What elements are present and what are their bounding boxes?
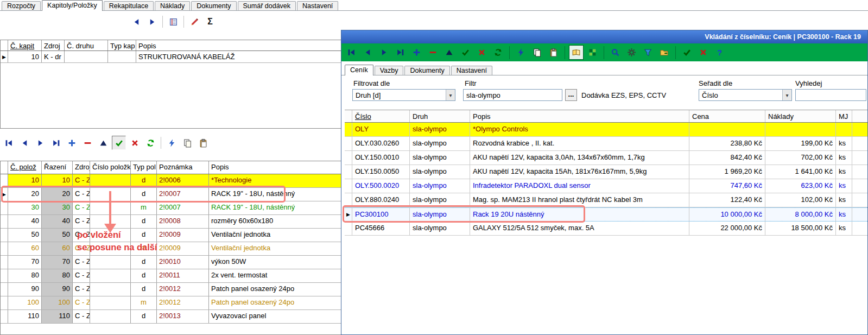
first-record-button[interactable] [344, 45, 359, 60]
next-record-button[interactable] [33, 136, 47, 150]
col-header-naklady[interactable]: Náklady [765, 110, 836, 122]
prior-record-button[interactable] [17, 136, 31, 150]
col-header-mj[interactable]: MJ [836, 110, 852, 122]
col-header-poznamka[interactable]: Poznámka [157, 161, 209, 174]
search-button[interactable] [608, 45, 623, 60]
edit-record-button[interactable] [96, 136, 110, 150]
next-record-button[interactable] [377, 45, 391, 60]
price-list-row[interactable]: PC45666 sla-olympo GALAXY 512/5A 512 smy… [345, 222, 867, 236]
tab-dokumenty[interactable]: Dokumenty [404, 66, 449, 75]
next-record-button[interactable] [145, 15, 159, 29]
row-marker-header [345, 110, 352, 122]
cell-cislo-polozky [90, 174, 131, 187]
filter-more-button[interactable]: ... [565, 89, 577, 101]
help-button[interactable]: ? [712, 45, 727, 60]
confirm-button[interactable] [680, 45, 694, 60]
cell-cena [689, 123, 765, 136]
col-header-zdroj[interactable]: Zdroj [42, 40, 65, 50]
price-list-row[interactable]: OLY.150.0050 sla-olympo AKU napětí 12V, … [345, 165, 867, 179]
cell-c-poloz: 100 [8, 296, 42, 309]
prior-record-button[interactable] [360, 45, 375, 60]
row-marker [345, 151, 352, 165]
delete-record-button[interactable] [80, 136, 94, 150]
refresh-button[interactable] [143, 136, 157, 150]
first-record-icon [347, 48, 356, 57]
col-header-typ-pol[interactable]: Typ pol [131, 161, 157, 174]
filter-jump-button[interactable] [514, 45, 528, 60]
export-button[interactable] [657, 45, 671, 60]
tab-dokumenty[interactable]: Dokumenty [191, 1, 236, 10]
tab-vazby[interactable]: Vazby [375, 66, 404, 75]
toolbar-separator [183, 16, 184, 28]
tab-nastaveni[interactable]: Nastavení [297, 1, 338, 10]
tab-rozpocty[interactable]: Rozpočty [2, 1, 41, 10]
price-list-row[interactable]: OLY.150.0010 sla-olympo AKU napětí 12V, … [345, 151, 867, 165]
delete-record-button[interactable] [426, 45, 440, 60]
filter-input[interactable] [466, 91, 562, 99]
cell-poznamka: 2!0011 [157, 269, 209, 282]
insert-record-button[interactable] [409, 45, 424, 60]
col-header-cislo-polozky[interactable]: Číslo položky [90, 161, 131, 174]
copy-button[interactable] [530, 45, 544, 60]
price-list-row[interactable]: OLY.880.0240 sla-olympo Mag. sp. MAM213 … [345, 193, 867, 207]
dialog-titlebar[interactable]: Vkládání z číselníku: Ceník | PC300100 -… [341, 30, 867, 43]
cell-typ-pol: m [131, 201, 157, 214]
col-header-c-poloz[interactable]: Č. polož [8, 161, 42, 174]
tab-cenik[interactable]: Ceník [345, 65, 373, 75]
codebook-view-button[interactable] [569, 45, 584, 60]
col-header-typ-kap[interactable]: Typ kap [108, 40, 136, 50]
col-header-razeni[interactable]: Řazení [42, 161, 73, 174]
filter-button[interactable] [641, 45, 655, 60]
price-list-row-selected[interactable]: PC300100 sla-olympo Rack 19 20U nástěnný… [345, 207, 867, 222]
tab-kapitoly-polozky[interactable]: Kapitoly/Položky [42, 0, 103, 11]
col-header-druh[interactable]: Druh [410, 110, 470, 122]
paste-button[interactable] [546, 45, 561, 60]
tab-rekapitulace[interactable]: Rekapitulace [104, 1, 154, 10]
price-list-row[interactable]: OLY.500.0020 sla-olympo Infradetektor PA… [345, 179, 867, 193]
filter-by-select[interactable]: Druh [d] [352, 89, 455, 101]
col-header-cislo[interactable]: Číslo [352, 110, 410, 122]
col-header-cena[interactable]: Cena [689, 110, 765, 122]
cancel-edit-button[interactable] [128, 136, 142, 150]
settings-button[interactable] [624, 45, 639, 60]
last-record-button[interactable] [49, 136, 63, 150]
first-record-button[interactable] [2, 136, 16, 150]
dialog-tabstrip: Ceník Vazby Dokumenty Nastavení [341, 61, 867, 75]
search-input[interactable] [799, 91, 866, 99]
refresh-button[interactable] [491, 45, 505, 60]
col-header-c-druhu[interactable]: Č. druhu [65, 40, 108, 50]
sum-button[interactable]: Σ [203, 15, 217, 29]
insert-record-button[interactable] [65, 136, 79, 150]
gear-icon [627, 48, 636, 57]
cell-cena: 122,40 Kč [689, 193, 765, 207]
cell-typ-pol: d [131, 215, 157, 228]
close-button[interactable] [696, 45, 711, 60]
sort-by-select[interactable]: Číslo [699, 89, 792, 101]
cell-poznamka: 2!0007 [157, 188, 209, 201]
col-header-c-kapit[interactable]: Č. kapit [8, 40, 42, 50]
prior-record-button[interactable] [129, 15, 143, 29]
rocket-button[interactable] [187, 15, 201, 29]
tab-nastaveni[interactable]: Nastavení [451, 66, 492, 75]
col-header-popis[interactable]: Popis [470, 110, 689, 122]
tab-naklady[interactable]: Náklady [155, 1, 190, 10]
post-edit-button[interactable] [112, 136, 126, 150]
price-list-row[interactable]: OLY.030.0260 sla-olympo Rozvodná krabice… [345, 137, 867, 151]
filter-jump-button[interactable] [164, 136, 179, 150]
post-edit-button[interactable] [458, 45, 473, 60]
tab-sumar-dodavek[interactable]: Sumář dodávek [238, 1, 296, 10]
cell-razeni: 40 [42, 215, 73, 228]
relations-view-button[interactable] [585, 45, 600, 60]
cell-c-poloz: 80 [8, 269, 42, 282]
cell-cislo-polozky [90, 310, 131, 323]
cancel-edit-button[interactable] [474, 45, 489, 60]
catalog-button[interactable] [166, 15, 180, 29]
last-record-button[interactable] [393, 45, 408, 60]
col-header-zdroj[interactable]: Zdroj [73, 161, 90, 174]
price-list-row[interactable]: OLY sla-olympo *Olympo Controls [345, 123, 867, 137]
cell-razeni: 60 [42, 242, 73, 255]
paste-button[interactable] [196, 136, 210, 150]
copy-button[interactable] [180, 136, 194, 150]
edit-record-button[interactable] [442, 45, 457, 60]
cell-poznamka: 2!0007 [157, 201, 209, 214]
